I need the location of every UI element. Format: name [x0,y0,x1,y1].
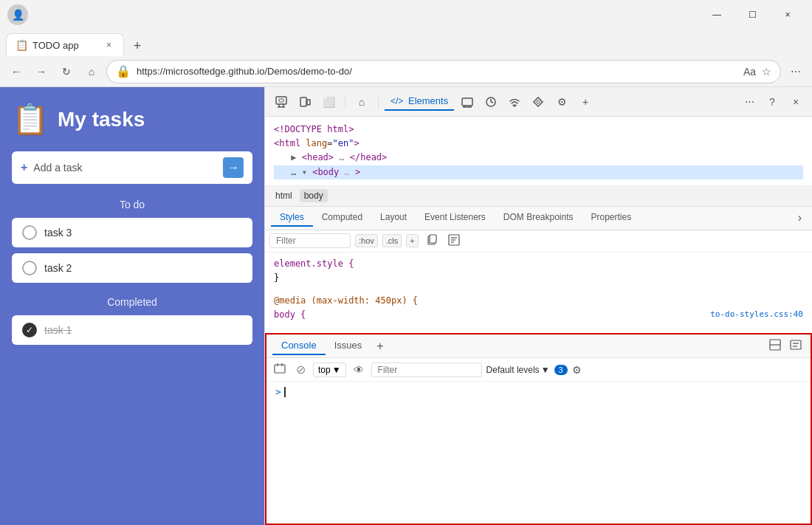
tab-styles[interactable]: Styles [271,209,313,227]
new-style-rule-icon[interactable] [445,233,463,250]
styles-filter-input[interactable] [269,233,351,248]
task-item-2[interactable]: task 2 [12,253,252,283]
favorites-icon[interactable]: ☆ [762,66,771,78]
console-gear-button[interactable]: ⚙ [572,364,582,376]
minimize-button[interactable]: — [700,3,734,27]
tab-issues[interactable]: Issues [326,337,371,355]
completed-section-title: Completed [12,296,252,308]
tab-network[interactable] [457,92,478,112]
new-tab-button[interactable]: + [127,35,148,56]
devtools-home-button[interactable]: ⌂ [351,92,372,112]
add-style-button[interactable]: + [406,234,418,247]
console-message-count: 3 [554,365,568,375]
todo-section-title: To do [12,199,252,210]
copy-styles-icon[interactable] [423,233,441,250]
forward-button[interactable]: → [31,61,52,82]
reading-mode-icon[interactable]: Aa [743,66,756,78]
close-button[interactable]: × [771,3,805,27]
console-add-tab-button[interactable]: + [371,340,389,353]
devtools-help-button[interactable]: ? [762,92,782,112]
tab-close-button[interactable]: × [103,38,114,52]
todo-app-icon: 📋 [12,102,49,137]
html-line-html: <html lang="en"> [274,137,803,151]
task-label-1: task 1 [44,324,72,336]
console-prompt-line[interactable]: > [275,386,802,397]
tab-computed[interactable]: Computed [313,209,371,227]
console-levels-arrow: ▼ [541,365,550,375]
devtools-toolbar: ⬜ ⌂ </> Elements [265,87,812,117]
console-settings-icon[interactable] [787,337,805,354]
home-button[interactable]: ⌂ [81,61,102,82]
browser-more-button[interactable]: ⋯ [785,61,806,82]
devtools-inspect-button[interactable] [271,92,292,112]
breadcrumb: html body [265,186,812,207]
refresh-button[interactable]: ↻ [56,61,77,82]
maximize-button[interactable]: ☐ [735,3,769,27]
dock-icon [769,339,781,351]
css-rule-media: @media (max-width: 450px) { body { to-do… [265,289,812,326]
elements-bracket-icon: </> [390,96,403,106]
console-dock-icon[interactable] [766,337,784,354]
devtools-close-button[interactable]: × [785,92,806,112]
css-source-link[interactable]: to-do-styles.css:40 [710,308,803,321]
devtools-more-button[interactable]: ⋯ [740,93,759,110]
todo-header: 📋 My tasks [12,102,252,137]
window-controls: — ☐ × [700,3,805,27]
tab-performance[interactable] [481,92,501,112]
profile-icon[interactable]: 👤 [7,4,28,25]
console-cursor [284,387,286,397]
tab-event-listeners[interactable]: Event Listeners [416,209,495,227]
add-task-bar[interactable]: + Add a task → [12,151,252,184]
address-bar[interactable]: 🔒 https://microsoftedge.github.io/Demos/… [106,60,781,83]
add-task-plus-icon: + [21,161,27,174]
add-task-button[interactable]: → [223,157,244,178]
styles-tabs-more[interactable]: › [794,211,806,224]
back-button[interactable]: ← [6,61,27,82]
todo-app-title: My tasks [58,108,145,131]
cls-button[interactable]: .cls [382,234,402,247]
console-ban-button[interactable]: ⊘ [293,361,309,378]
devtools-panel: ⬜ ⌂ </> Elements [264,87,812,525]
task-label-2: task 2 [44,262,72,274]
active-tab[interactable]: 📋 TODO app × [6,33,124,56]
tab-settings[interactable]: ⚙ [551,92,572,112]
copy-icon [426,234,438,246]
performance-icon [485,96,497,108]
tab-properties[interactable]: Properties [582,209,641,227]
nav-right-buttons: ⋯ [785,61,806,82]
console-body[interactable]: > [266,382,811,524]
devtools-device-button[interactable] [295,92,315,112]
svg-rect-6 [307,100,310,105]
breadcrumb-html[interactable]: html [271,189,297,202]
task-item-1[interactable]: ✓ task 1 [12,315,252,345]
console-tabs: Console Issues + [266,334,811,358]
tab-layout[interactable]: Layout [371,209,416,227]
html-line-body[interactable]: … ▾ <body … > [274,165,803,179]
tab-console[interactable]: Console [272,337,326,355]
devtools-add-tab[interactable]: + [575,92,596,112]
elements-panel: <!DOCTYPE html> <html lang="en"> ▶ <head… [265,117,812,333]
tab-sources[interactable] [528,92,548,112]
breadcrumb-body[interactable]: body [300,189,328,202]
devtools-sidebar-button[interactable]: ⬜ [318,92,339,112]
separator-1 [345,95,345,109]
device-icon [299,96,311,108]
task-label-3: task 3 [44,227,72,239]
task-checkbox-1[interactable]: ✓ [22,323,37,337]
task-checkbox-2[interactable] [22,261,37,275]
hov-button[interactable]: :hov [355,234,378,247]
console-context-dropdown[interactable]: top ▼ [313,363,346,377]
filter-bar: :hov .cls + [265,230,812,253]
task-item-3[interactable]: task 3 [12,218,252,247]
console-clear-button[interactable] [271,361,289,378]
task-checkbox-3[interactable] [22,225,37,240]
console-area: Console Issues + [265,333,812,525]
console-filter-input[interactable] [371,363,482,377]
tab-wifi[interactable] [504,92,525,112]
tab-elements[interactable]: </> Elements [385,92,454,111]
console-levels-dropdown[interactable]: Default levels ▼ [486,365,550,375]
tab-dom-breakpoints[interactable]: DOM Breakpoints [495,209,582,227]
console-eye-button[interactable]: 👁 [351,363,367,377]
console-prompt-symbol: > [275,386,281,397]
add-task-input[interactable]: Add a task [33,162,217,174]
